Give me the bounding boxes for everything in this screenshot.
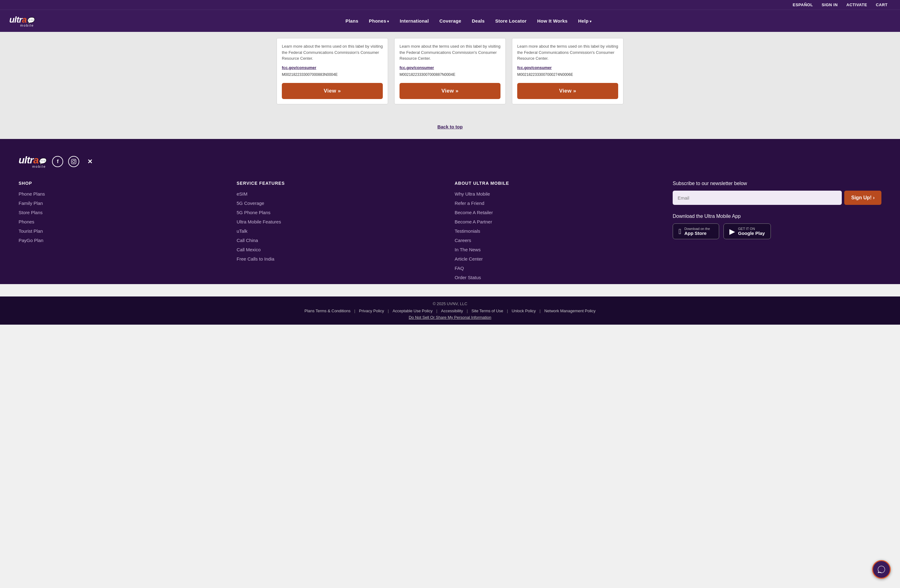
shop-paygo-plan[interactable]: PayGo Plan — [19, 238, 43, 243]
list-item: 5G Coverage — [237, 201, 445, 206]
privacy-policy-link[interactable]: Privacy Policy — [357, 308, 386, 313]
newsletter-label: Subscribe to our newsletter below — [673, 181, 881, 186]
nav-help[interactable]: Help — [574, 16, 596, 26]
do-not-sell-link[interactable]: Do Not Sell Or Share My Personal Informa… — [409, 315, 492, 320]
service-5g-phone-plans[interactable]: 5G Phone Plans — [237, 210, 270, 215]
google-play-big-text: Google Play — [738, 231, 765, 236]
nav-phones[interactable]: Phones — [365, 16, 394, 26]
about-article[interactable]: Article Center — [455, 256, 483, 262]
nav-links: Plans Phones International Coverage Deal… — [47, 16, 891, 26]
card-3-view-btn[interactable]: View — [517, 83, 618, 99]
unlock-policy-link[interactable]: Unlock Policy — [509, 308, 538, 313]
list-item: FAQ — [455, 266, 663, 271]
footer-col-newsletter: Subscribe to our newsletter below Sign U… — [673, 181, 881, 284]
cards-container: Learn more about the terms used on this … — [264, 38, 636, 104]
service-call-china[interactable]: Call China — [237, 238, 258, 243]
plans-terms-link[interactable]: Plans Terms & Conditions — [302, 308, 353, 313]
shop-phone-plans[interactable]: Phone Plans — [19, 191, 45, 197]
footer-bottom: © 2025 UVNV, LLC Plans Terms & Condition… — [0, 297, 900, 325]
card-1-fcc-link[interactable]: fcc.gov/consumer — [282, 65, 316, 70]
footer-col-about: ABOUT ULTRA MOBILE Why Ultra Mobile Refe… — [455, 181, 663, 284]
footer-top: ultra💬 mobile f ✕ — [19, 155, 881, 169]
about-list: Why Ultra Mobile Refer a Friend Become A… — [455, 191, 663, 280]
app-store-big-text: App Store — [684, 231, 710, 236]
back-to-top-link[interactable]: Back to top — [437, 124, 463, 129]
svg-point-1 — [73, 160, 75, 163]
list-item: Become A Retailer — [455, 210, 663, 215]
google-play-text: GET IT ON Google Play — [738, 227, 765, 236]
service-5g-coverage[interactable]: 5G Coverage — [237, 201, 264, 206]
svg-rect-0 — [71, 159, 76, 164]
about-testimonials[interactable]: Testimonials — [455, 228, 480, 234]
nav-international[interactable]: International — [396, 16, 433, 26]
list-item: Careers — [455, 238, 663, 243]
apple-icon:  — [678, 227, 681, 236]
list-item: Phones — [19, 219, 227, 225]
list-item: Why Ultra Mobile — [455, 191, 663, 197]
cart-link[interactable]: CART — [876, 3, 888, 7]
card-1: Learn more about the terms used on this … — [276, 38, 388, 104]
shop-store-plans[interactable]: Store Plans — [19, 210, 43, 215]
card-3-fcc-link[interactable]: fcc.gov/consumer — [517, 65, 552, 70]
nav-coverage[interactable]: Coverage — [435, 16, 466, 26]
card-3-body: Learn more about the terms used on this … — [517, 43, 618, 62]
shop-tourist-plan[interactable]: Tourist Plan — [19, 228, 43, 234]
app-store-badge[interactable]:  Download on the App Store — [673, 223, 719, 239]
about-careers[interactable]: Careers — [455, 238, 471, 243]
shop-list: Phone Plans Family Plan Store Plans Phon… — [19, 191, 227, 243]
signin-link[interactable]: SIGN IN — [822, 3, 838, 7]
service-free-calls-india[interactable]: Free Calls to India — [237, 256, 275, 262]
shop-phones[interactable]: Phones — [19, 219, 34, 224]
nav-store-locator[interactable]: Store Locator — [491, 16, 531, 26]
footer-logo-text: ultra💬 — [19, 155, 46, 166]
about-why[interactable]: Why Ultra Mobile — [455, 191, 490, 197]
main-content: Learn more about the terms used on this … — [0, 32, 900, 117]
facebook-icon[interactable]: f — [52, 156, 63, 167]
card-2-fcc-link[interactable]: fcc.gov/consumer — [400, 65, 434, 70]
card-2-body: Learn more about the terms used on this … — [400, 43, 500, 62]
accessibility-link[interactable]: Accessibility — [439, 308, 466, 313]
list-item: Refer a Friend — [455, 201, 663, 206]
about-partner[interactable]: Become A Partner — [455, 219, 492, 224]
list-item: Free Calls to India — [237, 256, 445, 262]
shop-heading: SHOP — [19, 181, 227, 186]
card-1-view-btn[interactable]: View — [282, 83, 383, 99]
nav-how-it-works[interactable]: How It Works — [533, 16, 572, 26]
google-play-badge[interactable]: ▶ GET IT ON Google Play — [723, 223, 771, 239]
email-input[interactable] — [673, 190, 842, 205]
network-management-link[interactable]: Network Management Policy — [542, 308, 598, 313]
list-item: uTalk — [237, 228, 445, 234]
list-item: In The News — [455, 247, 663, 252]
logo-text: ultra💬 — [9, 15, 34, 25]
service-utalk[interactable]: uTalk — [237, 228, 247, 234]
card-1-body: Learn more about the terms used on this … — [282, 43, 383, 62]
nav-plans[interactable]: Plans — [341, 16, 363, 26]
site-terms-link[interactable]: Site Terms of Use — [469, 308, 506, 313]
list-item: Call China — [237, 238, 445, 243]
footer-bottom-links: Plans Terms & Conditions | Privacy Polic… — [6, 308, 894, 313]
card-2: Learn more about the terms used on this … — [394, 38, 506, 104]
card-2-view-btn[interactable]: View — [400, 83, 500, 99]
about-retailer[interactable]: Become A Retailer — [455, 210, 493, 215]
nav-deals[interactable]: Deals — [467, 16, 489, 26]
about-news[interactable]: In The News — [455, 247, 481, 252]
service-ultra-features[interactable]: Ultra Mobile Features — [237, 219, 281, 224]
espanol-link[interactable]: ESPAÑOL — [793, 3, 813, 7]
instagram-icon[interactable] — [68, 156, 79, 167]
about-faq[interactable]: FAQ — [455, 266, 464, 271]
logo[interactable]: ultra💬 mobile — [9, 15, 34, 27]
about-heading: ABOUT ULTRA MOBILE — [455, 181, 663, 186]
signup-button[interactable]: Sign Up! — [844, 190, 881, 205]
shop-family-plan[interactable]: Family Plan — [19, 201, 43, 206]
list-item: 5G Phone Plans — [237, 210, 445, 215]
activate-link[interactable]: ACTIVATE — [846, 3, 867, 7]
twitter-x-icon[interactable]: ✕ — [84, 156, 95, 167]
app-store-text: Download on the App Store — [684, 227, 710, 236]
about-order[interactable]: Order Status — [455, 275, 481, 280]
service-list: eSIM 5G Coverage 5G Phone Plans Ultra Mo… — [237, 191, 445, 262]
service-call-mexico[interactable]: Call Mexico — [237, 247, 261, 252]
app-badges:  Download on the App Store ▶ GET IT ON … — [673, 223, 881, 239]
acceptable-use-link[interactable]: Acceptable Use Policy — [390, 308, 435, 313]
about-refer[interactable]: Refer a Friend — [455, 201, 484, 206]
service-esim[interactable]: eSIM — [237, 191, 247, 197]
